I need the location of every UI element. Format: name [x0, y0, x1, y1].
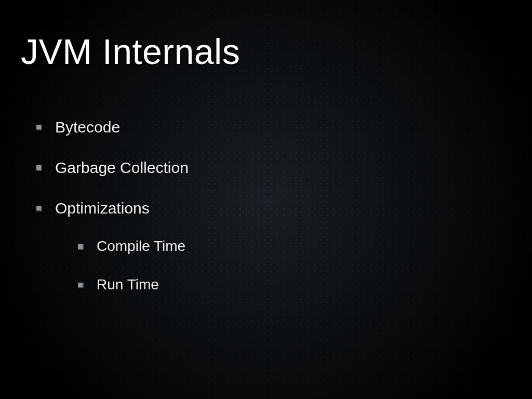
bullet-label: Compile Time	[97, 238, 185, 254]
bullet-list: Bytecode Garbage Collection Optimization…	[21, 118, 511, 293]
list-item: Run Time	[78, 276, 511, 293]
list-item: Compile Time	[78, 238, 511, 255]
bullet-label: Run Time	[97, 276, 159, 292]
slide-title: JVM Internals	[21, 31, 511, 72]
bullet-label: Optimizations	[55, 200, 150, 217]
presentation-slide: JVM Internals Bytecode Garbage Collectio…	[0, 0, 532, 399]
bullet-label: Bytecode	[55, 118, 120, 136]
bullet-label: Garbage Collection	[55, 159, 189, 176]
list-item: Garbage Collection	[36, 159, 511, 177]
list-item: Bytecode	[36, 118, 511, 136]
sub-bullet-list: Compile Time Run Time	[55, 238, 511, 293]
list-item: Optimizations Compile Time Run Time	[36, 200, 511, 293]
